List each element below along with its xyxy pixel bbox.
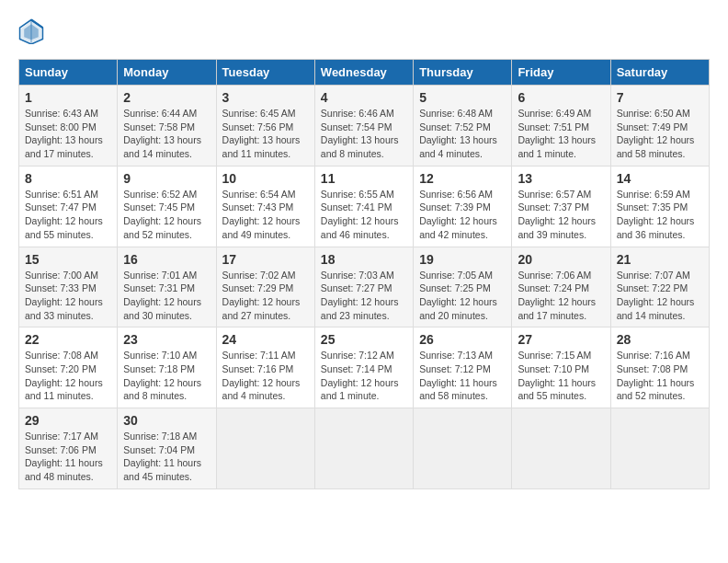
calendar-cell: 4 Sunrise: 6:46 AM Sunset: 7:54 PM Dayli…	[314, 86, 413, 167]
day-number: 17	[222, 252, 309, 267]
calendar-cell: 14 Sunrise: 6:59 AM Sunset: 7:35 PM Dayl…	[610, 166, 709, 247]
sunset-text: Sunset: 7:39 PM	[419, 201, 491, 213]
sunset-text: Sunset: 7:29 PM	[222, 282, 294, 293]
day-number: 11	[321, 171, 407, 186]
daylight-text: Daylight: 13 hours and 17 minutes.	[25, 134, 103, 159]
col-header-sunday: Sunday	[19, 60, 118, 86]
daylight-text: Daylight: 13 hours and 1 minute.	[518, 134, 596, 159]
sunset-text: Sunset: 7:33 PM	[25, 282, 97, 293]
sunrise-text: Sunrise: 6:57 AM	[518, 189, 591, 200]
sunrise-text: Sunrise: 7:08 AM	[25, 350, 98, 361]
logo	[18, 18, 48, 44]
day-number: 25	[321, 332, 407, 347]
sunrise-text: Sunrise: 6:52 AM	[123, 189, 197, 200]
col-header-monday: Monday	[118, 60, 216, 86]
daylight-text: Daylight: 12 hours and 23 minutes.	[321, 296, 399, 321]
day-number: 22	[25, 332, 111, 347]
calendar-cell: 1 Sunrise: 6:43 AM Sunset: 8:00 PM Dayli…	[19, 86, 118, 167]
daylight-text: Daylight: 12 hours and 11 minutes.	[25, 377, 103, 402]
sunset-text: Sunset: 7:22 PM	[617, 282, 688, 293]
day-number: 23	[123, 332, 210, 347]
sunrise-text: Sunrise: 6:44 AM	[123, 108, 197, 119]
day-number: 1	[25, 90, 111, 105]
sunrise-text: Sunrise: 7:13 AM	[419, 350, 493, 361]
calendar-cell: 26 Sunrise: 7:13 AM Sunset: 7:12 PM Dayl…	[414, 327, 512, 408]
daylight-text: Daylight: 12 hours and 27 minutes.	[222, 296, 301, 321]
calendar-cell	[512, 408, 610, 489]
sunset-text: Sunset: 7:43 PM	[222, 201, 294, 213]
calendar-cell: 8 Sunrise: 6:51 AM Sunset: 7:47 PM Dayli…	[19, 166, 118, 247]
day-number: 2	[123, 90, 210, 105]
day-number: 4	[321, 90, 407, 105]
day-number: 5	[419, 90, 506, 105]
sunrise-text: Sunrise: 7:15 AM	[518, 350, 591, 361]
day-number: 12	[419, 171, 506, 186]
sunset-text: Sunset: 7:45 PM	[123, 201, 195, 213]
day-number: 21	[617, 252, 703, 267]
sunrise-text: Sunrise: 6:55 AM	[321, 189, 394, 200]
day-number: 9	[123, 171, 210, 186]
day-number: 8	[25, 171, 111, 186]
sunset-text: Sunset: 7:16 PM	[222, 363, 294, 374]
daylight-text: Daylight: 13 hours and 14 minutes.	[123, 134, 201, 159]
col-header-thursday: Thursday	[414, 60, 512, 86]
daylight-text: Daylight: 12 hours and 39 minutes.	[518, 215, 596, 240]
calendar-cell: 2 Sunrise: 6:44 AM Sunset: 7:58 PM Dayli…	[118, 86, 216, 167]
calendar-cell: 5 Sunrise: 6:48 AM Sunset: 7:52 PM Dayli…	[414, 86, 512, 167]
logo-icon	[18, 18, 44, 44]
sunset-text: Sunset: 7:10 PM	[518, 363, 589, 374]
sunrise-text: Sunrise: 6:50 AM	[617, 108, 690, 119]
sunset-text: Sunset: 7:18 PM	[123, 363, 195, 374]
calendar-cell: 25 Sunrise: 7:12 AM Sunset: 7:14 PM Dayl…	[314, 327, 413, 408]
sunset-text: Sunset: 7:12 PM	[419, 363, 491, 374]
calendar-cell: 28 Sunrise: 7:16 AM Sunset: 7:08 PM Dayl…	[610, 327, 709, 408]
calendar-cell: 12 Sunrise: 6:56 AM Sunset: 7:39 PM Dayl…	[414, 166, 512, 247]
sunset-text: Sunset: 7:06 PM	[25, 444, 97, 455]
day-number: 24	[222, 332, 309, 347]
calendar-cell: 21 Sunrise: 7:07 AM Sunset: 7:22 PM Dayl…	[610, 247, 709, 327]
calendar-week-3: 15 Sunrise: 7:00 AM Sunset: 7:33 PM Dayl…	[19, 247, 710, 327]
page-header	[18, 18, 710, 44]
sunrise-text: Sunrise: 6:46 AM	[321, 108, 394, 119]
day-number: 15	[25, 252, 111, 267]
calendar-cell: 11 Sunrise: 6:55 AM Sunset: 7:41 PM Dayl…	[314, 166, 413, 247]
calendar-cell: 17 Sunrise: 7:02 AM Sunset: 7:29 PM Dayl…	[216, 247, 314, 327]
calendar-cell: 22 Sunrise: 7:08 AM Sunset: 7:20 PM Dayl…	[19, 327, 118, 408]
sunrise-text: Sunrise: 7:07 AM	[617, 270, 690, 281]
daylight-text: Daylight: 13 hours and 4 minutes.	[419, 134, 497, 159]
calendar-cell: 20 Sunrise: 7:06 AM Sunset: 7:24 PM Dayl…	[512, 247, 610, 327]
col-header-friday: Friday	[512, 60, 610, 86]
sunset-text: Sunset: 7:31 PM	[123, 282, 195, 293]
sunrise-text: Sunrise: 7:05 AM	[419, 270, 493, 281]
day-number: 27	[518, 332, 604, 347]
calendar-cell: 13 Sunrise: 6:57 AM Sunset: 7:37 PM Dayl…	[512, 166, 610, 247]
calendar-cell	[610, 408, 709, 489]
daylight-text: Daylight: 12 hours and 36 minutes.	[617, 215, 695, 240]
day-number: 20	[518, 252, 604, 267]
sunrise-text: Sunrise: 6:54 AM	[222, 189, 296, 200]
calendar-table: SundayMondayTuesdayWednesdayThursdayFrid…	[18, 59, 710, 489]
day-number: 10	[222, 171, 309, 186]
day-number: 16	[123, 252, 210, 267]
calendar-week-5: 29 Sunrise: 7:17 AM Sunset: 7:06 PM Dayl…	[19, 408, 710, 489]
daylight-text: Daylight: 12 hours and 42 minutes.	[419, 215, 497, 240]
calendar-cell: 6 Sunrise: 6:49 AM Sunset: 7:51 PM Dayli…	[512, 86, 610, 167]
calendar-cell: 18 Sunrise: 7:03 AM Sunset: 7:27 PM Dayl…	[314, 247, 413, 327]
sunset-text: Sunset: 7:52 PM	[419, 121, 491, 132]
calendar-cell	[414, 408, 512, 489]
daylight-text: Daylight: 12 hours and 49 minutes.	[222, 215, 301, 240]
sunset-text: Sunset: 7:04 PM	[123, 444, 195, 455]
sunset-text: Sunset: 7:24 PM	[518, 282, 589, 293]
day-number: 19	[419, 252, 506, 267]
calendar-week-2: 8 Sunrise: 6:51 AM Sunset: 7:47 PM Dayli…	[19, 166, 710, 247]
sunset-text: Sunset: 7:08 PM	[617, 363, 688, 374]
sunrise-text: Sunrise: 6:51 AM	[25, 189, 98, 200]
sunset-text: Sunset: 7:47 PM	[25, 201, 97, 213]
daylight-text: Daylight: 12 hours and 4 minutes.	[222, 377, 301, 402]
daylight-text: Daylight: 12 hours and 33 minutes.	[25, 296, 103, 321]
calendar-cell: 9 Sunrise: 6:52 AM Sunset: 7:45 PM Dayli…	[118, 166, 216, 247]
day-number: 30	[123, 413, 210, 428]
calendar-cell: 7 Sunrise: 6:50 AM Sunset: 7:49 PM Dayli…	[610, 86, 709, 167]
sunset-text: Sunset: 7:37 PM	[518, 201, 589, 213]
sunrise-text: Sunrise: 7:03 AM	[321, 270, 394, 281]
